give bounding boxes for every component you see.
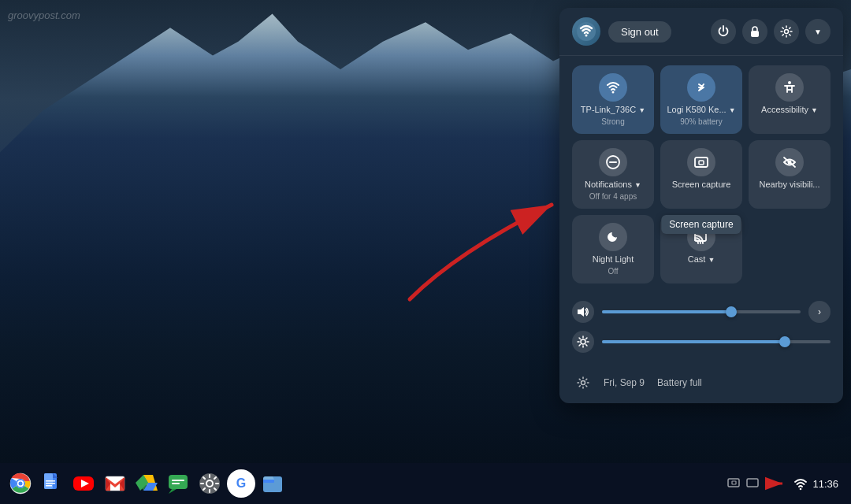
wifi-icon bbox=[599, 73, 627, 102]
volume-fill bbox=[602, 310, 731, 313]
bluetooth-label: Logi K580 Ke... ▼ bbox=[667, 105, 735, 114]
svg-rect-35 bbox=[46, 483, 55, 484]
bluetooth-icon bbox=[687, 73, 715, 102]
svg-rect-9 bbox=[699, 161, 704, 165]
svg-rect-36 bbox=[46, 485, 52, 487]
screen-capture-icon bbox=[687, 148, 715, 176]
app-docs[interactable] bbox=[38, 469, 66, 498]
system-tray: 11:36 bbox=[721, 476, 845, 491]
accessibility-icon bbox=[775, 73, 804, 102]
power-button[interactable] bbox=[711, 19, 736, 44]
svg-rect-34 bbox=[46, 480, 55, 482]
tile-screen-capture[interactable]: Screen capture Screen capture bbox=[660, 140, 742, 209]
svg-rect-56 bbox=[732, 481, 736, 484]
taskbar: G bbox=[0, 463, 851, 504]
svg-point-30 bbox=[19, 482, 23, 486]
tiles-section: TP-Link_736C ▼ Strong Logi K580 Ke... ▼ … bbox=[559, 56, 843, 296]
svg-rect-48 bbox=[172, 483, 180, 484]
app-settings[interactable] bbox=[195, 469, 224, 498]
header-icon-group: ▼ bbox=[711, 19, 831, 44]
app-gmail[interactable] bbox=[101, 469, 129, 498]
wifi-sub: Strong bbox=[601, 117, 624, 126]
tile-bluetooth[interactable]: Logi K580 Ke... ▼ 90% battery bbox=[660, 65, 742, 134]
screen-capture-label: Screen capture bbox=[672, 180, 731, 189]
brightness-track[interactable] bbox=[602, 340, 831, 343]
svg-line-22 bbox=[579, 345, 580, 346]
volume-expand-button[interactable]: › bbox=[808, 301, 831, 323]
notifications-label: Notifications ▼ bbox=[585, 180, 641, 189]
footer-date: Fri, Sep 9 bbox=[604, 377, 645, 388]
nearby-visibility-icon bbox=[775, 148, 804, 176]
svg-rect-55 bbox=[728, 479, 739, 487]
tile-placeholder bbox=[749, 215, 831, 284]
watermark: groovypost.com bbox=[8, 9, 80, 21]
svg-point-23 bbox=[582, 381, 585, 385]
svg-point-3 bbox=[785, 30, 789, 34]
brightness-slider-row bbox=[572, 331, 831, 353]
tile-notifications[interactable]: Notifications ▼ Off for 4 apps bbox=[572, 140, 654, 209]
svg-rect-57 bbox=[747, 479, 758, 487]
app-drive[interactable] bbox=[132, 469, 161, 498]
slider-section: › bbox=[559, 296, 843, 365]
svg-rect-2 bbox=[751, 31, 759, 37]
footer-battery: Battery full bbox=[657, 377, 702, 388]
svg-marker-46 bbox=[169, 489, 177, 494]
settings-button[interactable] bbox=[774, 19, 799, 44]
notifications-sub: Off for 4 apps bbox=[589, 192, 637, 201]
panel-header: Sign out ▼ bbox=[559, 8, 843, 56]
tray-screen-icon[interactable] bbox=[727, 476, 741, 491]
sign-out-button[interactable]: Sign out bbox=[608, 21, 671, 43]
svg-point-4 bbox=[612, 91, 615, 94]
tile-night-light[interactable]: Night Light Off bbox=[572, 215, 654, 284]
nearby-visibility-label: Nearby visibili... bbox=[759, 180, 819, 189]
svg-rect-45 bbox=[169, 475, 188, 489]
tray-arrow bbox=[765, 476, 789, 491]
svg-rect-54 bbox=[263, 480, 274, 483]
lock-button[interactable] bbox=[742, 19, 767, 44]
brightness-thumb bbox=[779, 336, 790, 347]
cast-label: Cast ▼ bbox=[688, 254, 715, 264]
avatar-image bbox=[572, 17, 600, 46]
svg-line-19 bbox=[579, 338, 580, 339]
night-light-icon bbox=[599, 223, 627, 251]
app-chat[interactable] bbox=[164, 469, 192, 498]
tiles-row-1: TP-Link_736C ▼ Strong Logi K580 Ke... ▼ … bbox=[572, 65, 831, 134]
tray-pen-icon[interactable] bbox=[746, 476, 760, 491]
bluetooth-sub: 90% battery bbox=[680, 117, 722, 126]
tile-accessibility[interactable]: Accessibility ▼ bbox=[749, 65, 831, 134]
quick-settings-panel: Sign out ▼ bbox=[559, 8, 843, 403]
screen-capture-tooltip: Screen capture bbox=[661, 215, 741, 234]
tile-wifi[interactable]: TP-Link_736C ▼ Strong bbox=[572, 65, 654, 134]
footer-settings-icon[interactable] bbox=[572, 372, 594, 394]
notifications-icon bbox=[599, 148, 627, 176]
tray-wifi-icon[interactable] bbox=[793, 476, 808, 491]
volume-track[interactable] bbox=[602, 310, 801, 313]
volume-slider-row: › bbox=[572, 301, 831, 323]
brightness-fill bbox=[602, 340, 785, 343]
volume-thumb bbox=[726, 306, 737, 317]
wifi-label: TP-Link_736C ▼ bbox=[581, 105, 645, 114]
app-youtube[interactable] bbox=[69, 469, 98, 498]
svg-text:G: G bbox=[236, 476, 246, 490]
svg-rect-47 bbox=[172, 480, 184, 481]
app-g[interactable]: G bbox=[227, 469, 255, 498]
svg-point-60 bbox=[800, 488, 802, 491]
night-light-label: Night Light bbox=[593, 254, 634, 264]
panel-footer: Fri, Sep 9 Battery full bbox=[559, 365, 843, 403]
svg-line-21 bbox=[586, 338, 587, 339]
taskbar-apps: G bbox=[6, 469, 721, 498]
app-chrome[interactable] bbox=[6, 469, 35, 498]
night-light-sub: Off bbox=[608, 267, 618, 276]
tile-nearby-visibility[interactable]: Nearby visibili... bbox=[749, 140, 831, 209]
svg-rect-8 bbox=[695, 158, 708, 167]
brightness-icon[interactable] bbox=[572, 331, 594, 353]
app-files[interactable] bbox=[258, 469, 287, 498]
svg-point-1 bbox=[585, 35, 588, 37]
svg-line-20 bbox=[586, 345, 587, 346]
avatar[interactable] bbox=[572, 17, 600, 46]
svg-point-14 bbox=[581, 339, 585, 344]
chevron-down-button[interactable]: ▼ bbox=[805, 19, 831, 44]
svg-marker-13 bbox=[578, 307, 584, 317]
volume-icon[interactable] bbox=[572, 301, 594, 323]
tiles-row-2: Notifications ▼ Off for 4 apps Screen ca… bbox=[572, 140, 831, 209]
